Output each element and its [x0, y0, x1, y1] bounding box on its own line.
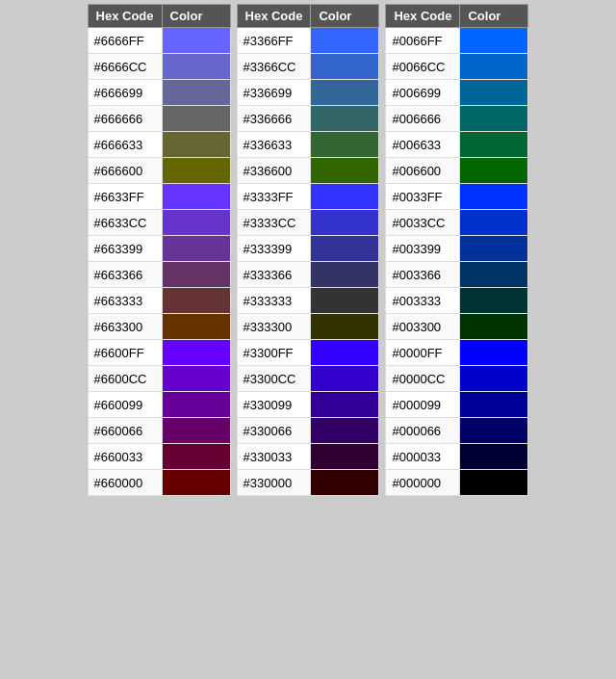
table-row: #3366CC: [237, 54, 379, 80]
table-row: #0066CC: [386, 54, 528, 80]
color-swatch: [163, 392, 230, 417]
color-cell: [162, 392, 230, 418]
color-swatch: [460, 288, 527, 313]
color-cell: [162, 158, 230, 184]
color-swatch: [460, 418, 527, 443]
color-swatch: [460, 392, 527, 417]
color-swatch: [311, 54, 378, 79]
table-row: #663366: [88, 262, 230, 288]
table-row: #660066: [88, 418, 230, 444]
color-swatch: [311, 132, 378, 157]
hex-code-cell: #333366: [237, 262, 311, 288]
table-row: #333399: [237, 236, 379, 262]
color-cell: [311, 80, 379, 106]
color-swatch: [460, 262, 527, 287]
color-swatch: [460, 210, 527, 235]
hex-code-cell: #003366: [386, 262, 460, 288]
table-row: #333300: [237, 314, 379, 340]
table-row: #006699: [386, 80, 528, 106]
column-header: Color: [162, 5, 230, 28]
table-row: #000099: [386, 392, 528, 418]
hex-code-cell: #3366FF: [237, 28, 311, 54]
table-row: #3333FF: [237, 184, 379, 210]
hex-code-cell: #000033: [386, 444, 460, 470]
color-cell: [162, 236, 230, 262]
color-cell: [460, 54, 528, 80]
table-row: #666600: [88, 158, 230, 184]
hex-code-cell: #330033: [237, 444, 311, 470]
hex-code-cell: #333399: [237, 236, 311, 262]
hex-code-cell: #6666FF: [88, 28, 162, 54]
color-swatch: [460, 80, 527, 105]
color-swatch: [311, 314, 378, 339]
color-cell: [311, 366, 379, 392]
color-cell: [162, 470, 230, 496]
color-swatch: [311, 288, 378, 313]
color-cell: [460, 418, 528, 444]
color-cell: [460, 236, 528, 262]
hex-code-cell: #663333: [88, 288, 162, 314]
color-cell: [311, 340, 379, 366]
color-swatch: [163, 288, 230, 313]
hex-code-cell: #666600: [88, 158, 162, 184]
table-row: #003399: [386, 236, 528, 262]
color-cell: [162, 314, 230, 340]
color-cell: [460, 470, 528, 496]
hex-code-cell: #006600: [386, 158, 460, 184]
hex-code-cell: #6666CC: [88, 54, 162, 80]
hex-code-cell: #666666: [88, 106, 162, 132]
hex-code-cell: #0033FF: [386, 184, 460, 210]
table-row: #330000: [237, 470, 379, 496]
table-row: #6666CC: [88, 54, 230, 80]
table-row: #6666FF: [88, 28, 230, 54]
hex-code-cell: #336666: [237, 106, 311, 132]
hex-code-cell: #666699: [88, 80, 162, 106]
hex-code-cell: #336699: [237, 80, 311, 106]
table-row: #666699: [88, 80, 230, 106]
hex-code-cell: #0000FF: [386, 340, 460, 366]
color-swatch: [163, 184, 230, 209]
table-row: #3300CC: [237, 366, 379, 392]
color-cell: [162, 106, 230, 132]
table-row: #003300: [386, 314, 528, 340]
color-swatch: [460, 470, 527, 495]
color-swatch: [163, 158, 230, 183]
table-row: #0033FF: [386, 184, 528, 210]
tables-container: Hex CodeColor#6666FF#6666CC#666699#66666…: [88, 4, 529, 496]
color-cell: [460, 340, 528, 366]
color-cell: [311, 288, 379, 314]
hex-code-cell: #333333: [237, 288, 311, 314]
color-swatch: [163, 28, 230, 53]
table-row: #6600FF: [88, 340, 230, 366]
color-cell: [311, 210, 379, 236]
color-swatch: [163, 132, 230, 157]
table-row: #0033CC: [386, 210, 528, 236]
color-swatch: [311, 418, 378, 443]
color-cell: [162, 444, 230, 470]
color-swatch: [311, 106, 378, 131]
color-swatch: [163, 106, 230, 131]
table-row: #000033: [386, 444, 528, 470]
color-cell: [460, 210, 528, 236]
color-cell: [162, 80, 230, 106]
hex-code-cell: #660066: [88, 418, 162, 444]
hex-code-cell: #006633: [386, 132, 460, 158]
table-row: #330099: [237, 392, 379, 418]
hex-code-cell: #330000: [237, 470, 311, 496]
color-swatch: [460, 366, 527, 391]
table-row: #006600: [386, 158, 528, 184]
color-cell: [162, 132, 230, 158]
color-swatch: [163, 444, 230, 469]
table-row: #663300: [88, 314, 230, 340]
color-swatch: [460, 340, 527, 365]
hex-code-cell: #000099: [386, 392, 460, 418]
hex-code-cell: #006666: [386, 106, 460, 132]
hex-code-cell: #6600CC: [88, 366, 162, 392]
hex-code-cell: #3300CC: [237, 366, 311, 392]
color-cell: [311, 158, 379, 184]
hex-code-cell: #6633CC: [88, 210, 162, 236]
color-swatch: [163, 340, 230, 365]
hex-code-cell: #0066FF: [386, 28, 460, 54]
color-cell: [162, 210, 230, 236]
color-swatch: [460, 158, 527, 183]
